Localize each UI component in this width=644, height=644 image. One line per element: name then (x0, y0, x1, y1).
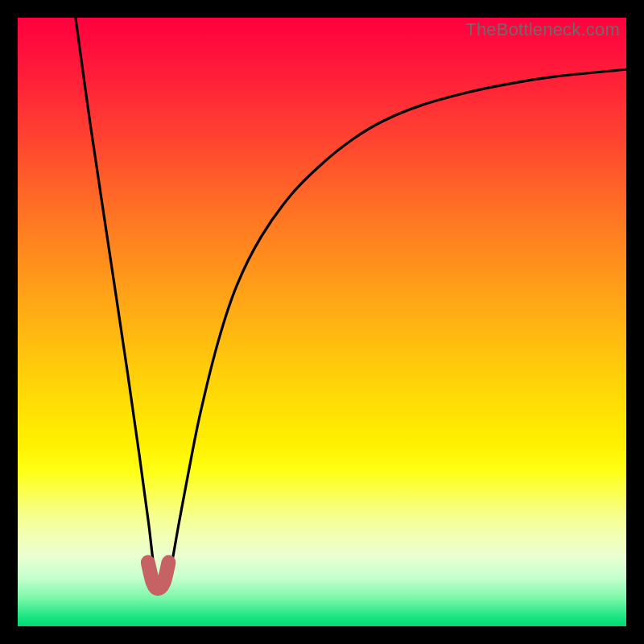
plot-area: TheBottleneck.com (18, 18, 626, 626)
bottleneck-chart-svg (18, 18, 626, 626)
chart-frame: TheBottleneck.com (0, 0, 644, 644)
gradient-background (18, 18, 626, 626)
